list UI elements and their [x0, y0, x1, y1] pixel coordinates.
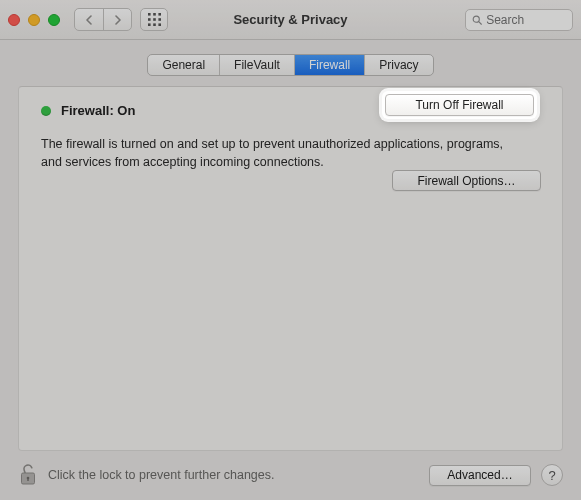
- svg-rect-4: [153, 18, 156, 21]
- svg-rect-5: [158, 18, 161, 21]
- window-controls: [8, 14, 60, 26]
- search-input[interactable]: [486, 13, 566, 27]
- svg-rect-3: [148, 18, 151, 21]
- lock-area[interactable]: Click the lock to prevent further change…: [18, 463, 275, 487]
- nav-back-forward: [74, 8, 132, 31]
- svg-point-9: [473, 16, 479, 22]
- help-button[interactable]: ?: [541, 464, 563, 486]
- svg-rect-6: [148, 23, 151, 26]
- show-all-button[interactable]: [140, 8, 168, 31]
- tab-privacy[interactable]: Privacy: [364, 55, 432, 75]
- footer: Click the lock to prevent further change…: [0, 450, 581, 500]
- search-field-wrapper[interactable]: [465, 9, 573, 31]
- svg-rect-7: [153, 23, 156, 26]
- footer-right: Advanced… ?: [429, 464, 563, 486]
- svg-rect-13: [27, 478, 28, 481]
- svg-rect-8: [158, 23, 161, 26]
- svg-rect-0: [148, 13, 151, 16]
- svg-line-10: [479, 21, 482, 24]
- forward-button[interactable]: [103, 9, 131, 30]
- zoom-window-button[interactable]: [48, 14, 60, 26]
- status-indicator-dot: [41, 106, 51, 116]
- grid-icon: [148, 13, 161, 26]
- close-window-button[interactable]: [8, 14, 20, 26]
- chevron-right-icon: [113, 15, 122, 25]
- tab-strip: General FileVault Firewall Privacy: [0, 40, 581, 86]
- firewall-panel: Firewall: On The firewall is turned on a…: [18, 86, 563, 451]
- chevron-left-icon: [85, 15, 94, 25]
- turn-off-firewall-button[interactable]: Turn Off Firewall: [385, 94, 534, 116]
- svg-rect-2: [158, 13, 161, 16]
- advanced-button[interactable]: Advanced…: [429, 465, 531, 486]
- search-icon: [472, 14, 482, 26]
- firewall-description: The firewall is turned on and set up to …: [41, 135, 521, 171]
- back-button[interactable]: [75, 9, 103, 30]
- segmented-tabs: General FileVault Firewall Privacy: [147, 54, 433, 76]
- tab-firewall[interactable]: Firewall: [294, 55, 364, 75]
- tab-general[interactable]: General: [148, 55, 219, 75]
- firewall-status-label: Firewall: On: [61, 103, 135, 118]
- lock-hint-text: Click the lock to prevent further change…: [48, 468, 275, 482]
- svg-rect-1: [153, 13, 156, 16]
- lock-open-icon: [18, 463, 38, 487]
- titlebar: Security & Privacy: [0, 0, 581, 40]
- minimize-window-button[interactable]: [28, 14, 40, 26]
- firewall-options-button[interactable]: Firewall Options…: [392, 170, 541, 191]
- tab-filevault[interactable]: FileVault: [219, 55, 294, 75]
